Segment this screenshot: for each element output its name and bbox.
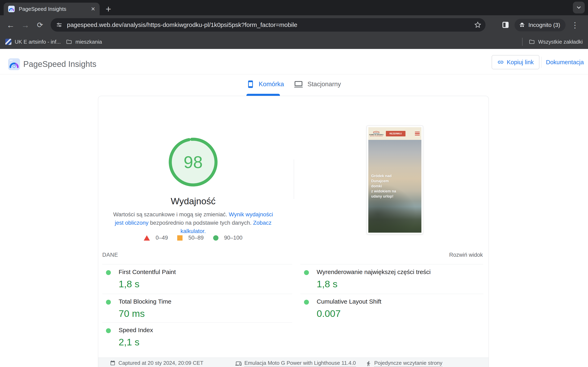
disclaimer-text: bezpośrednio na podstawie tych danych. bbox=[148, 220, 253, 226]
report-card: 98 Wydajność Wartości są szacunkowe i mo… bbox=[98, 96, 489, 367]
thumb-site-header: DOMKI W GRÓDKU JEZIORO ROŻNOWSKIE REZERW… bbox=[368, 127, 421, 140]
incognito-label: Incognito (3) bbox=[528, 22, 560, 28]
score-legend: 0–49 50–89 90–100 bbox=[98, 235, 288, 241]
smartphone-icon bbox=[246, 80, 255, 89]
folder-icon bbox=[66, 39, 72, 45]
green-dot-icon bbox=[106, 270, 111, 275]
url-bar[interactable]: pagespeed.web.dev/analysis/https-domkiwg… bbox=[51, 18, 485, 32]
tab-desktop[interactable]: Stacjonarny bbox=[294, 80, 341, 89]
browser-menu-icon[interactable]: ⋮ bbox=[570, 20, 580, 30]
green-dot-icon bbox=[106, 328, 111, 333]
documentation-link[interactable]: Dokumentacja bbox=[546, 55, 584, 69]
run-type-info[interactable]: Pojedyncze wczytanie strony bbox=[366, 360, 442, 367]
metric-value: 1,8 s bbox=[317, 278, 483, 290]
metrics-column-right: Wyrenderowanie największej części treści… bbox=[300, 264, 483, 323]
browser-window: PageSpeed Insights ✕ + ← → ⟳ pagespeed.w… bbox=[0, 0, 588, 367]
metric-row: Cumulative Layout Shift 0.007 bbox=[300, 294, 483, 323]
bookmark-folder-label: mieszkania bbox=[75, 39, 102, 45]
laptop-icon bbox=[294, 80, 303, 89]
metric-row: Wyrenderowanie największej części treści… bbox=[300, 264, 483, 294]
legend-item-low: 0–49 bbox=[144, 235, 168, 241]
metric-label: Cumulative Layout Shift bbox=[317, 298, 483, 305]
link-icon bbox=[497, 59, 504, 66]
metric-label: Total Blocking Time bbox=[119, 298, 292, 305]
page-title: PageSpeed Insights bbox=[23, 58, 96, 71]
back-button[interactable]: ← bbox=[6, 21, 15, 30]
copy-link-button[interactable]: Kopiuj link bbox=[492, 55, 539, 69]
page-content: PageSpeed Insights Kopiuj link Dokumenta… bbox=[0, 49, 588, 367]
disclaimer-text: Wartości są szacunkowe i mogą się zmieni… bbox=[113, 211, 229, 217]
reload-button[interactable]: ⟳ bbox=[35, 21, 44, 30]
legend-range: 0–49 bbox=[156, 235, 168, 241]
tab-close-icon[interactable]: ✕ bbox=[89, 5, 97, 13]
metric-row: Speed Index 2,1 s bbox=[102, 322, 292, 352]
metric-value: 2,1 s bbox=[119, 336, 292, 348]
side-panel-icon[interactable] bbox=[501, 21, 510, 29]
url-text: pagespeed.web.dev/analysis/https-domkiwg… bbox=[67, 21, 297, 28]
thumb-hero-image: Gródek nad Dunajcem domki z widokiem na … bbox=[368, 140, 421, 233]
site-screenshot-thumbnail[interactable]: DOMKI W GRÓDKU JEZIORO ROŻNOWSKIE REZERW… bbox=[367, 125, 423, 234]
bookmark-star-icon[interactable] bbox=[474, 21, 481, 29]
browser-tab[interactable]: PageSpeed Insights ✕ bbox=[4, 3, 100, 15]
folder-icon bbox=[529, 39, 535, 45]
tab-desktop-label: Stacjonarny bbox=[307, 81, 341, 88]
metric-row: First Contentful Paint 1,8 s bbox=[102, 264, 292, 294]
bookmarks-separator bbox=[522, 38, 523, 46]
hamburger-menu-icon bbox=[415, 132, 420, 136]
bridge-logo-icon bbox=[373, 131, 380, 134]
metric-value: 1,8 s bbox=[119, 278, 292, 290]
new-tab-button[interactable]: + bbox=[103, 4, 114, 14]
bookmark-favicon bbox=[5, 39, 11, 45]
all-bookmarks-button[interactable]: Wszystkie zakładki bbox=[529, 39, 583, 45]
green-dot-icon bbox=[304, 270, 309, 275]
metric-row: Total Blocking Time 70 ms bbox=[102, 294, 292, 322]
capture-time: Captured at 20 sty 2024, 20:09 CET bbox=[110, 360, 203, 366]
expand-view-link[interactable]: Rozwiń widok bbox=[449, 252, 483, 258]
bookmark-item[interactable]: UK E artsinfo - inf... bbox=[5, 39, 61, 45]
tab-strip: PageSpeed Insights ✕ + bbox=[0, 0, 588, 15]
metric-label: Speed Index bbox=[119, 327, 292, 334]
performance-score-gauge[interactable]: 98 bbox=[169, 138, 218, 187]
site-info-icon[interactable] bbox=[56, 22, 62, 28]
bookmark-folder[interactable]: mieszkania bbox=[66, 39, 102, 45]
tab-mobile-label: Komórka bbox=[259, 81, 284, 88]
bookmarks-bar: UK E artsinfo - inf... mieszkania Wszyst… bbox=[0, 35, 588, 49]
legend-item-mid: 50–89 bbox=[177, 235, 204, 241]
browser-toolbar: ← → ⟳ pagespeed.web.dev/analysis/https-d… bbox=[0, 15, 588, 35]
metric-label: Wyrenderowanie największej części treści bbox=[317, 268, 483, 275]
orange-square-icon bbox=[177, 235, 182, 241]
tab-mobile[interactable]: Komórka bbox=[246, 80, 284, 89]
pagespeed-logo-icon bbox=[8, 58, 20, 70]
person-walk-icon bbox=[366, 361, 371, 366]
thumb-reserve-button: REZERWUJ bbox=[386, 131, 406, 136]
green-dot-icon bbox=[106, 300, 111, 305]
legend-range: 90–100 bbox=[224, 235, 242, 241]
red-triangle-icon bbox=[144, 235, 150, 241]
active-tab-indicator bbox=[246, 94, 280, 96]
metrics-column-left: First Contentful Paint 1,8 s Total Block… bbox=[102, 264, 292, 352]
emulation-info[interactable]: Emulacja Moto G Power with Lighthouse 11… bbox=[235, 360, 356, 367]
metric-value: 70 ms bbox=[119, 308, 292, 319]
incognito-badge[interactable]: Incognito (3) bbox=[515, 19, 566, 31]
incognito-icon bbox=[519, 22, 526, 29]
tab-search-button[interactable] bbox=[573, 2, 585, 13]
header-divider bbox=[0, 74, 588, 75]
metric-label: First Contentful Paint bbox=[119, 268, 292, 275]
all-bookmarks-label: Wszystkie zakładki bbox=[538, 39, 583, 45]
report-footer: Captured at 20 sty 2024, 20:09 CET Emula… bbox=[98, 358, 489, 367]
green-dot-icon bbox=[304, 300, 309, 305]
forward-button[interactable]: → bbox=[21, 21, 30, 30]
legend-range: 50–89 bbox=[188, 235, 204, 241]
bookmark-label: UK E artsinfo - inf... bbox=[15, 39, 61, 45]
thumb-headline: Gródek nad Dunajcem domki z widokiem na … bbox=[371, 174, 414, 199]
legend-item-high: 90–100 bbox=[213, 235, 242, 241]
metric-value: 0.007 bbox=[317, 308, 483, 319]
thumb-site-logo: DOMKI W GRÓDKU JEZIORO ROŻNOWSKIE bbox=[370, 131, 383, 137]
pagespeed-favicon-icon bbox=[8, 6, 15, 12]
category-title: Wydajność bbox=[98, 196, 288, 207]
metrics-section-label: DANE bbox=[102, 252, 118, 258]
chevron-down-icon bbox=[576, 4, 582, 11]
performance-score-value: 98 bbox=[169, 138, 218, 187]
header-separator bbox=[541, 57, 542, 68]
calendar-icon bbox=[110, 360, 116, 366]
